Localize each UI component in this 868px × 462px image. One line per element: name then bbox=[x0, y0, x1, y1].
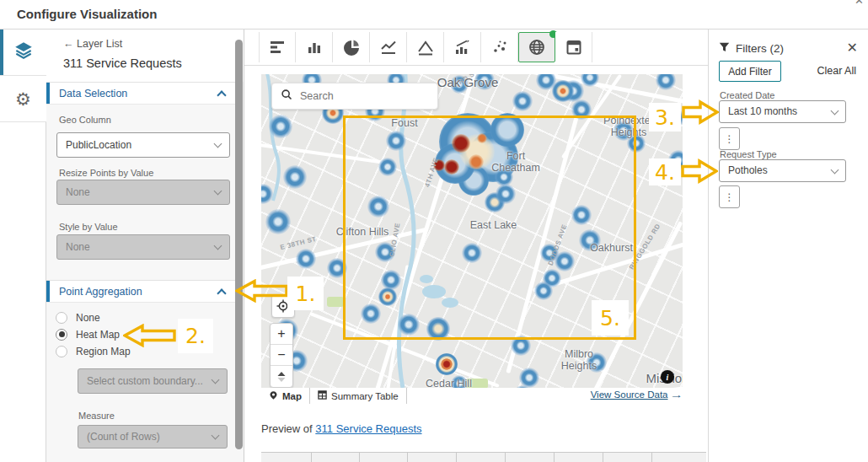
tab-summary-table[interactable]: Summary Table bbox=[310, 388, 407, 404]
preview-table-cell bbox=[457, 453, 506, 462]
radio-heat-map[interactable]: Heat Map bbox=[56, 327, 120, 341]
chart-type-calendar-icon[interactable] bbox=[555, 32, 592, 62]
heat-layer bbox=[261, 74, 683, 388]
add-filter-button[interactable]: Add Filter bbox=[719, 61, 781, 82]
heat-point bbox=[386, 131, 406, 151]
search-icon bbox=[281, 89, 292, 104]
measure-label: Measure bbox=[78, 411, 115, 421]
geo-column-dropdown[interactable]: PublicLocation bbox=[56, 132, 230, 158]
tab-summary-table-label: Summary Table bbox=[331, 391, 399, 401]
heat-point bbox=[433, 159, 445, 171]
heat-point bbox=[450, 75, 469, 94]
heat-point bbox=[269, 115, 292, 138]
tab-map[interactable]: Map bbox=[261, 388, 310, 404]
zoom-in-button[interactable]: + bbox=[271, 324, 292, 345]
heat-point bbox=[496, 184, 516, 204]
chevron-down-icon bbox=[212, 376, 220, 384]
back-to-layer-list-link[interactable]: ← Layer List bbox=[63, 38, 122, 50]
panel-scrollbar[interactable] bbox=[235, 40, 243, 449]
map-canvas[interactable]: 3RD ST E 38TH ST 4TH AVE DODDS AVE CLIO … bbox=[261, 74, 683, 388]
radio-region-map[interactable]: Region Map bbox=[56, 344, 131, 358]
kebab-icon: ⋮ bbox=[725, 192, 735, 202]
heat-point bbox=[327, 258, 347, 278]
map-zoom-control: + − bbox=[270, 323, 293, 388]
kebab-icon: ⋮ bbox=[725, 134, 735, 144]
radio-label: Region Map bbox=[76, 346, 131, 357]
heat-point bbox=[511, 336, 531, 356]
preview-dataset-link[interactable]: 311 Service Requests bbox=[315, 422, 421, 435]
heat-point bbox=[451, 375, 468, 388]
rail-item-settings[interactable]: ⚙ bbox=[0, 76, 46, 122]
rail-item-layers[interactable] bbox=[0, 30, 46, 76]
view-source-data-link[interactable]: View Source Data→ bbox=[591, 389, 681, 400]
chart-type-toolbar bbox=[244, 30, 708, 66]
map-pin-icon bbox=[269, 390, 278, 402]
filter-created-date-menu-button[interactable]: ⋮ bbox=[719, 127, 740, 150]
back-arrow-icon: ← bbox=[63, 38, 74, 50]
chevron-up-icon bbox=[217, 288, 226, 298]
heat-point bbox=[361, 304, 381, 324]
preview-table-cell bbox=[603, 453, 652, 462]
zoom-out-button[interactable]: − bbox=[271, 345, 292, 366]
chevron-down-icon bbox=[214, 187, 222, 196]
gear-icon: ⚙ bbox=[15, 90, 31, 108]
preview-table-cell bbox=[506, 453, 555, 462]
filters-title: Filters (2) bbox=[736, 42, 784, 55]
section-title: Data Selection bbox=[59, 88, 127, 99]
heat-point bbox=[367, 196, 389, 218]
chevron-down-icon bbox=[831, 166, 839, 175]
heat-point bbox=[552, 80, 574, 102]
heat-point bbox=[436, 353, 458, 375]
chevron-down-icon bbox=[831, 107, 839, 116]
chevron-down-icon bbox=[214, 140, 222, 148]
tab-map-label: Map bbox=[282, 391, 302, 401]
heat-point bbox=[571, 99, 592, 120]
map-tab-bar: Map Summary Table View Source Data→ bbox=[261, 388, 683, 404]
locate-icon bbox=[276, 299, 290, 313]
resize-points-label: Resize Points by Value bbox=[59, 168, 153, 178]
heat-point bbox=[519, 368, 539, 388]
chart-type-area-chart-icon[interactable] bbox=[407, 32, 444, 62]
heat-point bbox=[587, 352, 607, 373]
info-icon[interactable]: i bbox=[661, 370, 674, 384]
search-input[interactable] bbox=[300, 90, 426, 102]
section-point-aggregation[interactable]: Point Aggregation bbox=[46, 280, 237, 303]
chart-type-line-chart-icon[interactable] bbox=[370, 32, 407, 62]
heat-point bbox=[435, 143, 475, 184]
resize-points-dropdown: None bbox=[56, 180, 230, 205]
section-data-selection[interactable]: Data Selection bbox=[46, 82, 237, 105]
radio-none[interactable]: None bbox=[56, 310, 100, 325]
preview-table-header bbox=[261, 452, 706, 462]
heat-point bbox=[469, 154, 484, 169]
chart-type-column-chart-icon[interactable] bbox=[296, 32, 333, 62]
chart-type-bar-chart-icon[interactable] bbox=[259, 32, 296, 62]
heat-point bbox=[261, 184, 273, 204]
window-close-icon[interactable]: ✕ bbox=[855, 0, 864, 7]
heat-point bbox=[656, 74, 676, 90]
radio-label: None bbox=[76, 312, 100, 324]
radio-icon bbox=[56, 346, 67, 357]
filter-request-type-menu-button[interactable]: ⋮ bbox=[719, 185, 740, 208]
close-icon[interactable]: ✕ bbox=[847, 40, 858, 56]
filter-created-date-dropdown[interactable]: Last 10 months bbox=[719, 100, 846, 123]
filter-request-type-value: Potholes bbox=[728, 164, 768, 176]
tilt-button[interactable] bbox=[271, 366, 292, 387]
chart-type-histogram-icon[interactable] bbox=[444, 32, 481, 62]
filter-request-type-dropdown[interactable]: Potholes bbox=[719, 159, 846, 182]
heat-point bbox=[613, 121, 634, 141]
heat-point bbox=[543, 269, 561, 287]
clear-all-link[interactable]: Clear All bbox=[817, 65, 856, 77]
heat-point bbox=[375, 242, 395, 262]
locate-button[interactable] bbox=[271, 294, 295, 318]
chart-type-pie-chart-icon[interactable] bbox=[333, 32, 370, 62]
chart-type-map-icon[interactable] bbox=[518, 32, 555, 62]
radio-icon bbox=[56, 329, 67, 341]
preview-table-cell bbox=[312, 453, 360, 462]
heat-point bbox=[571, 205, 592, 225]
preview-caption: Preview of 311 Service Requests bbox=[261, 422, 422, 435]
chevron-down-icon bbox=[214, 242, 222, 250]
heat-point bbox=[426, 317, 450, 341]
chart-type-scatter-plot-icon[interactable] bbox=[481, 32, 518, 62]
heat-point bbox=[536, 74, 556, 90]
heat-point bbox=[485, 192, 505, 212]
